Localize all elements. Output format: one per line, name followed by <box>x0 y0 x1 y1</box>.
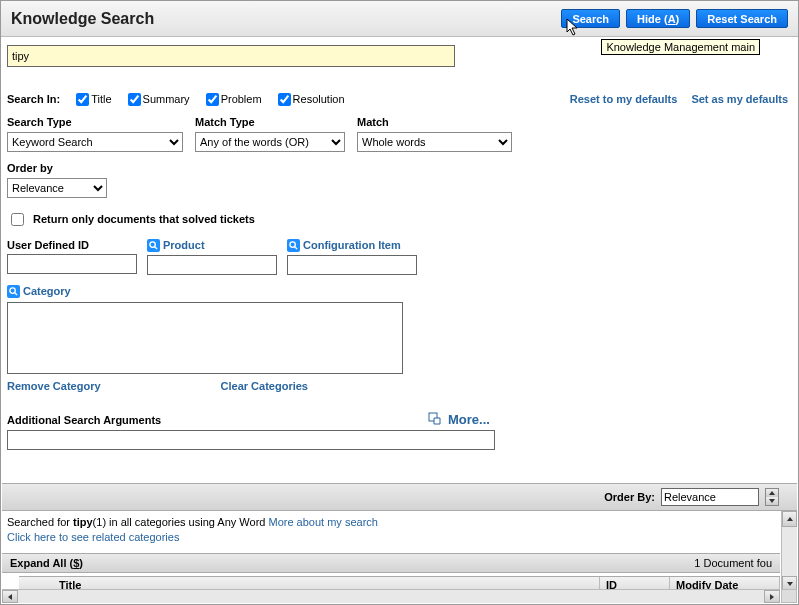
search-input[interactable] <box>7 45 455 67</box>
header-bar: Knowledge Search Search Hide (A) Reset S… <box>1 1 798 37</box>
orderby-select[interactable]: Relevance <box>7 178 107 198</box>
search-in-label: Search In: <box>7 93 60 105</box>
orderby2-input[interactable] <box>661 488 759 506</box>
link-clear-categories[interactable]: Clear Categories <box>221 380 308 392</box>
scroll-left-button[interactable] <box>2 590 18 603</box>
reset-search-button[interactable]: Reset Search <box>696 9 788 28</box>
chk-return-only[interactable] <box>11 213 24 226</box>
category-box[interactable] <box>7 302 403 374</box>
user-defined-id-label: User Defined ID <box>7 239 89 251</box>
tooltip-knowledge-main: Knowledge Management main <box>601 39 760 55</box>
document-count: 1 Document fou <box>694 557 772 569</box>
config-item-input[interactable] <box>287 255 417 275</box>
chevron-down-icon[interactable] <box>766 497 778 505</box>
search-type-label: Search Type <box>7 116 183 128</box>
results-toolbar: Order By: <box>2 483 797 511</box>
chk-resolution[interactable] <box>278 93 291 106</box>
match-type-select[interactable]: Any of the words (OR) <box>195 132 345 152</box>
expand-all-bar: Expand All ($) 1 Document fou <box>2 553 780 573</box>
chk-summary[interactable] <box>128 93 141 106</box>
vertical-scrollbar[interactable] <box>781 511 797 592</box>
scroll-corner <box>781 589 797 603</box>
link-related-categories[interactable]: Click here to see related categories <box>7 531 179 543</box>
orderby2-label: Order By: <box>604 491 655 503</box>
product-input[interactable] <box>147 255 277 275</box>
link-set-defaults[interactable]: Set as my defaults <box>691 93 788 105</box>
chk-problem[interactable] <box>206 93 219 106</box>
product-label[interactable]: Product <box>163 239 205 251</box>
category-label[interactable]: Category <box>23 285 71 297</box>
expand-icon <box>427 411 443 427</box>
expand-all-link[interactable]: Expand All ($) <box>10 557 83 569</box>
link-more-about-search[interactable]: More about my search <box>269 516 378 528</box>
svg-line-3 <box>294 246 297 249</box>
search-icon[interactable] <box>147 239 160 252</box>
content-area: Search In: Title Summary Problem Resolut… <box>1 37 798 450</box>
page-title: Knowledge Search <box>11 10 154 28</box>
search-type-select[interactable]: Keyword Search <box>7 132 183 152</box>
orderby2-stepper[interactable] <box>765 488 779 506</box>
chevron-up-icon[interactable] <box>766 489 778 497</box>
additional-input[interactable] <box>7 430 495 450</box>
search-icon[interactable] <box>7 285 20 298</box>
link-remove-category[interactable]: Remove Category <box>7 380 101 392</box>
horizontal-scrollbar[interactable] <box>2 589 780 603</box>
svg-line-1 <box>154 246 157 249</box>
svg-line-5 <box>14 292 17 295</box>
orderby-label: Order by <box>7 162 792 174</box>
results-summary: Searched for tipy(1) in all categories u… <box>7 515 378 545</box>
config-item-label[interactable]: Configuration Item <box>303 239 401 251</box>
search-icon[interactable] <box>287 239 300 252</box>
search-button[interactable]: Search <box>561 9 620 28</box>
search-in-group: Search In: Title Summary Problem Resolut… <box>7 92 345 106</box>
match-type-label: Match Type <box>195 116 345 128</box>
user-defined-id-input[interactable] <box>7 254 137 274</box>
chk-title[interactable] <box>76 93 89 106</box>
match-label: Match <box>357 116 512 128</box>
link-reset-defaults[interactable]: Reset to my defaults <box>570 93 678 105</box>
additional-label: Additional Search Arguments <box>7 414 792 426</box>
hide-button[interactable]: Hide (A) <box>626 9 690 28</box>
match-select[interactable]: Whole words <box>357 132 512 152</box>
scroll-up-button[interactable] <box>782 511 797 527</box>
scroll-right-button[interactable] <box>764 590 780 603</box>
header-buttons: Search Hide (A) Reset Search <box>561 9 788 28</box>
more-link[interactable]: More... <box>427 411 490 427</box>
return-only-label: Return only documents that solved ticket… <box>33 213 255 225</box>
